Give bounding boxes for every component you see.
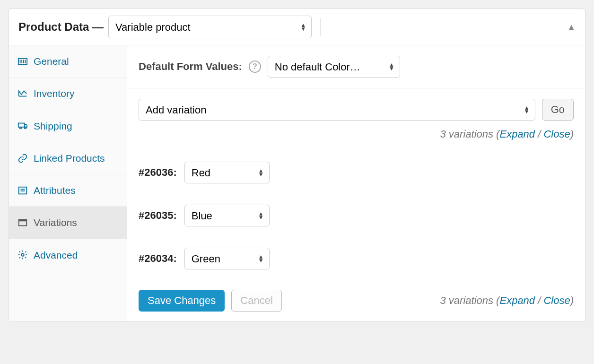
svg-point-8 [25, 127, 26, 129]
variation-id: #26035: [139, 209, 177, 222]
cancel-button[interactable]: Cancel [231, 290, 281, 312]
variations-summary-bottom: 3 variations (Expand / Close) [440, 295, 574, 307]
tab-label: Inventory [34, 87, 74, 100]
save-changes-button[interactable]: Save Changes [139, 290, 225, 312]
variations-count: 3 variations [440, 128, 493, 140]
tab-label: Advanced [34, 249, 78, 261]
panel-header: Product Data — Variable product ▲▼ ▲ [9, 9, 585, 45]
footer: Save Changes Cancel 3 variations (Expand… [127, 280, 585, 321]
product-type-select[interactable]: Variable product [108, 16, 312, 38]
barcode-icon [17, 56, 28, 67]
variation-row[interactable]: #26035: Blue ▲▼ [127, 194, 585, 237]
header-divider [320, 18, 321, 36]
variation-color-select[interactable]: Red [184, 162, 270, 183]
default-color-select[interactable]: No default Color… [268, 56, 400, 78]
help-icon[interactable]: ? [249, 61, 261, 73]
close-link[interactable]: Close [543, 128, 570, 140]
sidebar-tab-inventory[interactable]: Inventory [9, 78, 127, 110]
panel-title: Product Data — [18, 20, 104, 34]
close-link[interactable]: Close [543, 295, 570, 306]
inventory-icon [17, 88, 28, 99]
variation-row[interactable]: #26036: Red ▲▼ [127, 151, 585, 194]
variation-color-select[interactable]: Blue [184, 205, 270, 226]
svg-point-14 [21, 254, 24, 257]
truck-icon [17, 121, 28, 131]
expand-link[interactable]: Expand [499, 128, 535, 140]
svg-rect-6 [18, 123, 25, 127]
sidebar-tab-advanced[interactable]: Advanced [9, 239, 127, 271]
sidebar-tab-attributes[interactable]: Attributes [9, 174, 127, 207]
sidebar-tab-general[interactable]: General [9, 45, 127, 78]
variation-color-select[interactable]: Green [184, 248, 270, 269]
gear-icon [17, 250, 28, 260]
sidebar: General Inventory Shipping Linked Produc… [9, 45, 127, 321]
tab-label: Linked Products [34, 152, 105, 165]
variations-summary-top: 3 variations (Expand / Close) [139, 128, 574, 140]
variations-icon [17, 217, 28, 228]
link-icon [17, 153, 28, 164]
sidebar-tab-variations[interactable]: Variations [9, 207, 127, 239]
tab-label: Attributes [34, 184, 76, 197]
default-form-values-label: Default Form Values: [139, 61, 242, 73]
product-type-select-wrap: Variable product ▲▼ [108, 16, 312, 38]
add-variation-section: Add variation ▲▼ Go 3 variations (Expand… [127, 88, 585, 151]
expand-link[interactable]: Expand [499, 295, 535, 306]
svg-rect-13 [19, 220, 27, 222]
add-variation-select[interactable]: Add variation [139, 99, 535, 121]
default-values-section: Default Form Values: ? No default Color…… [127, 45, 585, 88]
go-button[interactable]: Go [542, 99, 574, 121]
variation-row[interactable]: #26034: Green ▲▼ [127, 237, 585, 280]
content-area: Default Form Values: ? No default Color…… [127, 45, 585, 321]
list-icon [17, 185, 28, 196]
product-data-panel: Product Data — Variable product ▲▼ ▲ Gen… [9, 9, 585, 321]
tab-label: General [34, 55, 69, 68]
tab-label: Variations [34, 216, 77, 229]
collapse-panel-caret-icon[interactable]: ▲ [567, 22, 576, 32]
svg-point-7 [20, 127, 22, 129]
panel-body: General Inventory Shipping Linked Produc… [9, 45, 585, 321]
variations-count: 3 variations [440, 295, 493, 306]
sidebar-tab-linked-products[interactable]: Linked Products [9, 142, 127, 174]
variation-id: #26036: [139, 166, 177, 179]
tab-label: Shipping [34, 120, 72, 132]
sidebar-tab-shipping[interactable]: Shipping [9, 110, 127, 142]
variation-id: #26034: [139, 252, 177, 265]
